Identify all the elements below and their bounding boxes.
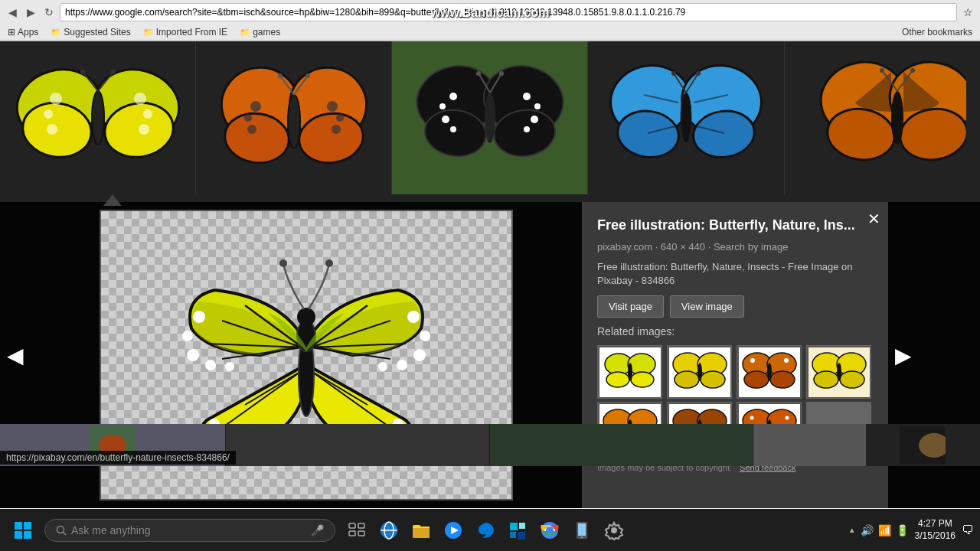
clock-display[interactable]: 4:27 PM 3/15/2016 (915, 518, 956, 542)
related-thumb-4[interactable] (806, 345, 871, 399)
related-thumb-svg-4 (808, 347, 870, 397)
chrome-taskbar-icon[interactable] (536, 517, 564, 544)
related-thumb-1[interactable] (597, 345, 662, 399)
svg-point-45 (476, 71, 481, 76)
svg-rect-161 (358, 523, 364, 528)
network-icon[interactable]: 📶 (878, 524, 891, 536)
forward-button[interactable]: ▶ (23, 5, 38, 20)
svg-rect-160 (349, 523, 355, 528)
svg-point-88 (413, 349, 426, 361)
svg-rect-156 (15, 531, 22, 539)
other-bookmarks[interactable]: Other bookmarks (899, 26, 975, 38)
bookmark-star[interactable]: ☆ (960, 5, 975, 20)
taskbar: Ask me anything 🎤 (0, 509, 980, 551)
image-source: pixabay.com · 640 × 440 · Search by imag… (597, 241, 873, 253)
svg-point-14 (139, 124, 149, 135)
close-button[interactable]: ✕ (867, 210, 880, 228)
ie-taskbar-icon[interactable] (375, 517, 403, 544)
butterfly-svg-3 (406, 45, 574, 191)
battery-icon[interactable]: 🔋 (896, 524, 909, 536)
svg-point-106 (606, 372, 629, 387)
task-view-button[interactable] (343, 517, 371, 544)
svg-point-24 (336, 114, 344, 122)
related-thumb-3[interactable] (737, 345, 802, 399)
svg-point-19 (288, 95, 300, 148)
strip-butterfly-4[interactable] (588, 41, 784, 194)
svg-point-115 (697, 363, 702, 381)
svg-point-118 (744, 371, 769, 388)
svg-point-109 (628, 363, 632, 381)
related-images-label: Related images: (597, 325, 873, 337)
svg-rect-154 (15, 522, 22, 530)
related-thumb-2[interactable] (667, 345, 732, 399)
strip-butterfly-1[interactable] (0, 41, 196, 194)
svg-point-123 (784, 358, 789, 363)
svg-point-21 (244, 114, 252, 122)
time-value: 4:27 PM (915, 518, 956, 530)
svg-point-64 (891, 91, 903, 145)
next-image-button[interactable]: ▶ (888, 202, 919, 508)
imported-from-bookmark[interactable]: 📁 Imported From IE (140, 26, 230, 38)
svg-point-90 (378, 362, 387, 371)
folder-icon: 📁 (51, 28, 61, 37)
strip-butterfly-2[interactable] (196, 41, 392, 194)
bottom-item-5[interactable] (867, 424, 980, 466)
volume-icon[interactable]: 🔊 (861, 524, 874, 536)
svg-point-20 (250, 101, 261, 112)
svg-point-81 (193, 311, 205, 323)
search-box[interactable]: Ask me anything 🎤 (44, 519, 335, 542)
refresh-button[interactable]: ↻ (41, 5, 57, 20)
svg-point-101 (297, 308, 315, 326)
svg-point-12 (134, 93, 146, 105)
media-player-taskbar-icon[interactable] (439, 517, 467, 544)
system-tray-icons: ▲ 🔊 📶 🔋 (848, 524, 909, 536)
bottom-item-2[interactable] (226, 424, 489, 466)
up-arrow-icon[interactable]: ▲ (848, 526, 856, 534)
notification-icon[interactable]: 🗨 (962, 523, 974, 537)
back-button[interactable]: ◀ (5, 5, 20, 20)
svg-point-108 (631, 372, 654, 387)
task-view-icon (348, 523, 365, 538)
apps-bookmark[interactable]: ⊞ Apps (5, 26, 41, 38)
strip-butterfly-3[interactable] (392, 41, 588, 194)
strip-butterfly-5[interactable] (785, 41, 980, 194)
svg-point-34 (449, 93, 457, 100)
svg-point-89 (397, 360, 407, 370)
file-explorer-taskbar-icon[interactable] (407, 517, 435, 544)
suggested-sites-bookmark[interactable]: 📁 Suggested Sites (47, 26, 133, 38)
svg-point-83 (187, 349, 199, 361)
bottom-item-3[interactable] (490, 424, 753, 466)
svg-point-103 (325, 259, 333, 267)
start-button[interactable] (6, 514, 40, 547)
store-taskbar-icon[interactable] (504, 517, 531, 544)
view-image-button[interactable]: View image (670, 295, 744, 318)
visit-page-button[interactable]: Visit page (597, 295, 664, 318)
edge-icon (475, 520, 495, 540)
folder-icon-2: 📁 (143, 28, 154, 37)
svg-line-159 (64, 532, 67, 535)
svg-rect-163 (358, 531, 364, 536)
svg-point-128 (840, 371, 864, 388)
svg-point-86 (407, 311, 420, 323)
related-thumb-svg-3 (739, 347, 800, 397)
svg-rect-172 (510, 532, 516, 538)
svg-point-67 (880, 68, 884, 73)
chrome-icon (540, 520, 560, 540)
svg-point-126 (814, 371, 838, 388)
strip-separator-arrow (103, 194, 122, 206)
bottom-item-4[interactable] (753, 424, 867, 466)
file-explorer-icon (411, 520, 431, 540)
svg-point-180 (611, 527, 617, 533)
svg-point-114 (701, 371, 725, 388)
svg-point-36 (442, 116, 449, 123)
address-bar[interactable] (60, 3, 957, 21)
svg-point-23 (327, 101, 338, 112)
svg-point-87 (420, 331, 430, 341)
settings-taskbar-icon[interactable] (600, 517, 628, 544)
imported-from-label: Imported From IE (156, 27, 227, 37)
phone-taskbar-icon[interactable] (568, 517, 596, 544)
svg-point-68 (910, 68, 915, 73)
edge-taskbar-icon[interactable] (472, 517, 499, 544)
games-bookmark[interactable]: 📁 games (237, 26, 283, 38)
svg-point-122 (750, 358, 755, 363)
